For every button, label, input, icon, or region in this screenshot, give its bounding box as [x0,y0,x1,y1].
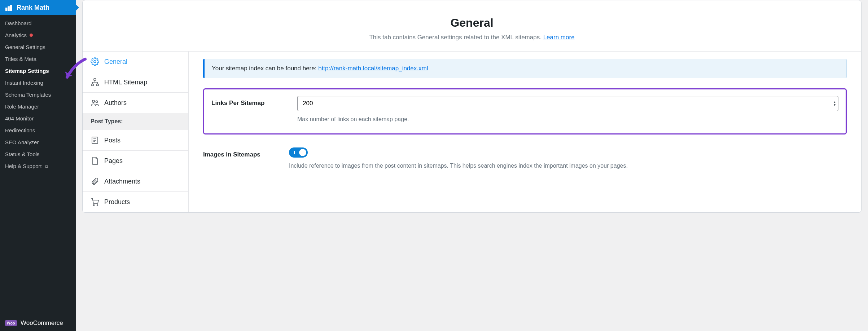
plugin-header-rank-math[interactable]: Rank Math [0,0,76,15]
gear-icon [91,57,99,66]
main-content: General This tab contains General settin… [76,0,868,331]
sidebar-item-woocommerce[interactable]: Woo WooCommerce [0,315,76,331]
section-label-post-types: Post Types: [83,113,188,130]
images-in-sitemaps-toggle[interactable] [289,147,308,158]
sitemap-notice: Your sitemap index can be found here: ht… [203,59,847,78]
tab-attachments[interactable]: Attachments [83,171,188,192]
admin-sidebar: Rank Math Dashboard Analytics General Se… [0,0,76,331]
sidebar-item-schema-templates[interactable]: Schema Templates [0,89,76,101]
sidebar-item-seo-analyzer[interactable]: SEO Analyzer [0,136,76,148]
post-icon [91,136,99,145]
svg-rect-4 [94,79,96,80]
settings-panel-general: Your sitemap index can be found here: ht… [189,52,861,212]
svg-point-8 [96,101,97,102]
users-icon [91,98,99,107]
sidebar-submenu: Dashboard Analytics General Settings Tit… [0,15,76,174]
sitemap-tree-icon [91,78,99,87]
external-link-icon: ⧉ [45,164,48,169]
settings-card: General This tab contains General settin… [82,0,862,213]
sidebar-item-status-tools[interactable]: Status & Tools [0,148,76,160]
images-in-sitemaps-help: Include reference to images from the pos… [289,163,847,169]
links-per-sitemap-highlight: Links Per Sitemap ▴ ▾ Max number of li [203,88,847,134]
sidebar-item-analytics[interactable]: Analytics [0,29,76,41]
sidebar-item-redirections[interactable]: Redirections [0,124,76,136]
sidebar-item-role-manager[interactable]: Role Manager [0,101,76,112]
page-title: General [90,16,854,30]
tab-html-sitemap[interactable]: HTML Sitemap [83,72,188,93]
svg-rect-0 [6,8,7,10]
sidebar-item-help-support[interactable]: Help & Support ⧉ [0,160,76,172]
sidebar-item-sitemap-settings[interactable]: Sitemap Settings [0,65,76,77]
woocommerce-icon: Woo [5,320,17,326]
svg-point-13 [93,205,95,206]
links-per-sitemap-help: Max number of links on each sitemap page… [297,116,838,123]
stepper-down-icon[interactable]: ▾ [834,103,836,106]
tab-products[interactable]: Products [83,192,188,212]
links-per-sitemap-input[interactable] [297,96,838,111]
sidebar-item-dashboard[interactable]: Dashboard [0,17,76,29]
sidebar-item-404-monitor[interactable]: 404 Monitor [0,112,76,124]
svg-point-7 [92,100,95,102]
svg-rect-2 [10,5,12,11]
sitemap-index-link[interactable]: http://rank-math.local/sitemap_index.xml [318,65,428,72]
paperclip-icon [91,177,99,186]
svg-rect-6 [96,84,98,86]
sidebar-item-instant-indexing[interactable]: Instant Indexing [0,77,76,89]
number-stepper[interactable]: ▴ ▾ [834,101,836,106]
svg-rect-1 [8,6,9,10]
page-subtitle: This tab contains General settings relat… [90,34,854,41]
notification-dot-icon [30,34,33,37]
svg-point-14 [97,205,98,206]
settings-tabs: General HTML Sitemap Authors [83,52,189,212]
plugin-title: Rank Math [17,4,49,12]
tab-pages[interactable]: Pages [83,151,188,171]
svg-point-3 [94,61,96,63]
page-icon [91,156,99,165]
rank-math-icon [5,4,13,12]
tab-posts[interactable]: Posts [83,130,188,151]
tab-general[interactable]: General [83,52,188,72]
cart-icon [91,198,99,206]
learn-more-link[interactable]: Learn more [543,34,575,41]
sidebar-item-titles-meta[interactable]: Titles & Meta [0,53,76,65]
images-in-sitemaps-label: Images in Sitemaps [203,147,279,158]
sidebar-item-general-settings[interactable]: General Settings [0,41,76,53]
footer-label: WooCommerce [21,319,63,327]
svg-rect-5 [91,84,93,86]
links-per-sitemap-label: Links Per Sitemap [211,96,287,107]
tab-authors[interactable]: Authors [83,93,188,113]
